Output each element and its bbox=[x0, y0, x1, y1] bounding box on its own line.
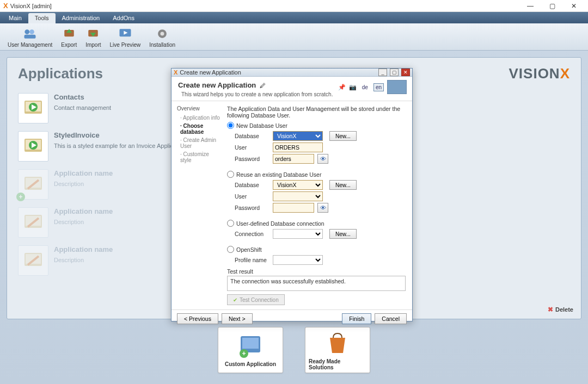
label-user: User bbox=[235, 144, 270, 151]
next-button[interactable]: Next > bbox=[222, 313, 253, 324]
gear-icon bbox=[155, 26, 170, 41]
dialog-maximize-button[interactable]: ▢ bbox=[390, 69, 399, 76]
lang-en[interactable]: en bbox=[373, 83, 384, 91]
step-customize-style[interactable]: · Customize style bbox=[180, 151, 222, 163]
import-button[interactable]: Import bbox=[81, 25, 105, 49]
user-input-1[interactable] bbox=[273, 143, 323, 152]
svg-text:+: + bbox=[242, 350, 246, 357]
password-input-1[interactable] bbox=[273, 154, 314, 164]
user-management-button[interactable]: User Management bbox=[3, 25, 57, 49]
app-name: Application name bbox=[54, 245, 173, 253]
wizard-sidebar: Overview · Application info · Choose dat… bbox=[171, 101, 225, 309]
new-database-button-1[interactable]: New... bbox=[329, 131, 357, 141]
toolbar-label: Export bbox=[61, 42, 77, 48]
live-preview-button[interactable]: Live Preview bbox=[106, 25, 145, 49]
app-item[interactable]: +Application nameDescription bbox=[18, 169, 173, 202]
option-openshift[interactable]: OpenShift bbox=[227, 246, 406, 253]
label-password: Password bbox=[235, 156, 270, 162]
dialog-header: Create new Application 🖉 This wizard hel… bbox=[171, 77, 412, 101]
radio-userdef-connection[interactable] bbox=[227, 220, 234, 227]
export-button[interactable]: Export bbox=[57, 25, 81, 49]
app-description: Contact management bbox=[54, 104, 173, 111]
dialog-title: Create new Application bbox=[180, 69, 376, 76]
new-connection-button[interactable]: New... bbox=[329, 229, 357, 239]
tab-main[interactable]: Main bbox=[2, 13, 28, 23]
label-user: User bbox=[235, 193, 270, 200]
user-select-2[interactable] bbox=[273, 191, 323, 201]
maximize-button[interactable]: ▢ bbox=[541, 1, 563, 11]
brand-logo: VISIONX bbox=[509, 65, 570, 82]
minimize-button[interactable]: — bbox=[519, 1, 541, 11]
app-logo-icon: X bbox=[3, 2, 8, 10]
toolbar-label: Installation bbox=[149, 42, 175, 48]
ready-made-solutions-card[interactable]: Ready Made Solutions bbox=[305, 327, 370, 373]
password-input-2[interactable] bbox=[273, 203, 314, 213]
app-description: Description bbox=[54, 219, 173, 225]
delete-button[interactable]: ✖ Delete bbox=[548, 306, 573, 313]
app-thumbnail bbox=[18, 207, 48, 238]
svg-rect-15 bbox=[26, 178, 41, 188]
toolbar: User Management Export Import Live Previ… bbox=[0, 23, 588, 51]
radio-reuse-db-user[interactable] bbox=[227, 171, 234, 178]
toggle-password-2[interactable]: 👁 bbox=[317, 203, 328, 213]
installation-button[interactable]: Installation bbox=[145, 25, 180, 49]
radio-new-db-user[interactable] bbox=[227, 122, 234, 129]
app-description: Description bbox=[54, 257, 173, 263]
cancel-button[interactable]: Cancel bbox=[375, 313, 407, 324]
svg-rect-31 bbox=[242, 338, 259, 349]
profile-select[interactable] bbox=[273, 255, 323, 265]
test-connection-button[interactable]: ✔ Test Connection bbox=[227, 294, 285, 305]
label-database: Database bbox=[235, 182, 270, 188]
preview-thumbnail bbox=[387, 80, 407, 94]
pin-icon[interactable]: 📌 bbox=[338, 84, 346, 91]
option-userdef-connection[interactable]: User-defined Database connection bbox=[227, 220, 406, 227]
new-database-button-2[interactable]: New... bbox=[329, 180, 357, 190]
option-new-db-user[interactable]: New Database User bbox=[227, 122, 406, 129]
menubar: Main Tools Administration AddOns bbox=[0, 12, 588, 23]
lang-de[interactable]: de bbox=[360, 83, 370, 91]
finish-button[interactable]: Finish bbox=[342, 313, 371, 324]
custom-application-card[interactable]: + Custom Application bbox=[218, 327, 283, 373]
step-application-info[interactable]: · Application info bbox=[180, 115, 222, 121]
database-select-1[interactable]: VisionX bbox=[273, 131, 323, 141]
radio-openshift[interactable] bbox=[227, 246, 234, 253]
option-reuse-db-user[interactable]: Reuse an existing Database User bbox=[227, 171, 406, 178]
tab-addons[interactable]: AddOns bbox=[106, 13, 141, 23]
app-item[interactable]: StyledInvoiceThis is a styled example fo… bbox=[18, 131, 173, 164]
toggle-password-1[interactable]: 👁 bbox=[317, 154, 328, 164]
step-create-admin-user[interactable]: · Create Admin User bbox=[180, 137, 222, 149]
tab-administration[interactable]: Administration bbox=[56, 13, 107, 23]
tab-tools[interactable]: Tools bbox=[28, 13, 56, 23]
window-controls: — ▢ ✕ bbox=[519, 1, 585, 11]
create-application-dialog: X Create new Application _ ▢ ✕ Create ne… bbox=[171, 68, 413, 321]
app-name: Application name bbox=[54, 169, 173, 177]
svg-point-7 bbox=[161, 32, 164, 35]
svg-point-1 bbox=[29, 29, 34, 34]
step-choose-database[interactable]: · Choose database bbox=[180, 123, 222, 135]
app-item[interactable]: Application nameDescription bbox=[18, 207, 173, 240]
app-item[interactable]: ContactsContact management bbox=[18, 93, 173, 126]
label-connection: Connection bbox=[235, 231, 270, 237]
dialog-minimize-button[interactable]: _ bbox=[378, 69, 387, 76]
svg-point-0 bbox=[25, 29, 30, 34]
titlebar: X VisionX [admin] — ▢ ✕ bbox=[0, 0, 588, 12]
app-thumbnail: + bbox=[18, 169, 48, 200]
camera-icon[interactable]: 📷 bbox=[349, 84, 357, 91]
wizard-form: The Application Data and User Management… bbox=[225, 101, 412, 309]
app-item[interactable]: Application nameDescription bbox=[18, 245, 173, 278]
window-title: VisionX [admin] bbox=[10, 3, 519, 9]
close-button[interactable]: ✕ bbox=[563, 1, 585, 11]
toolbar-label: Live Preview bbox=[110, 42, 141, 48]
dialog-heading: Create new Application bbox=[178, 81, 256, 89]
database-select-2[interactable]: VisionX bbox=[273, 180, 323, 190]
svg-rect-17 bbox=[26, 216, 41, 226]
connection-select[interactable] bbox=[273, 229, 323, 239]
shopping-bag-icon bbox=[324, 330, 351, 356]
previous-button[interactable]: < Previous bbox=[177, 313, 218, 324]
add-icon: + bbox=[16, 193, 25, 201]
form-intro: The Application Data and User Management… bbox=[227, 106, 406, 119]
test-result-label: Test result bbox=[227, 268, 406, 275]
dialog-close-button[interactable]: ✕ bbox=[401, 69, 410, 76]
test-result-box: The connection was successfully establis… bbox=[227, 276, 406, 291]
dialog-titlebar[interactable]: X Create new Application _ ▢ ✕ bbox=[171, 69, 412, 77]
